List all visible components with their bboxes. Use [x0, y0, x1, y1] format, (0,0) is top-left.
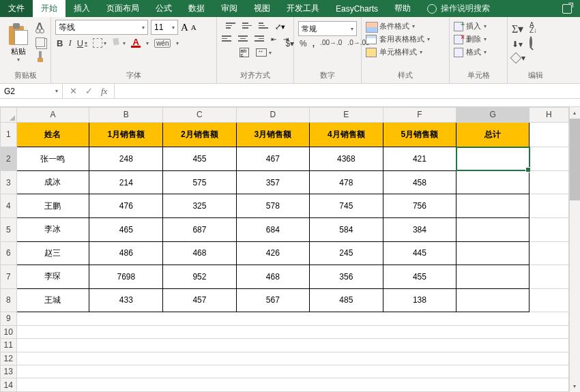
cell[interactable]: 138 — [383, 288, 456, 312]
cell[interactable] — [16, 378, 568, 392]
spreadsheet-grid[interactable]: A B C D E F G H 1 姓名 1月销售额 2月销售额 3月销售额 4… — [0, 107, 569, 392]
cell[interactable]: 455 — [383, 265, 456, 289]
scroll-down-button[interactable]: ▾ — [570, 380, 580, 392]
comma-format-button[interactable] — [313, 39, 315, 48]
align-top-button[interactable] — [226, 22, 235, 31]
cell[interactable]: 476 — [89, 194, 163, 218]
font-name-select[interactable]: 等线▾ — [55, 20, 148, 35]
cut-button[interactable] — [35, 22, 46, 33]
tab-page-layout[interactable]: 页面布局 — [98, 0, 147, 17]
enter-formula-button[interactable]: ✓ — [85, 86, 93, 96]
tab-view[interactable]: 视图 — [246, 0, 278, 17]
cell[interactable]: 384 — [383, 218, 456, 242]
col-header-a[interactable]: A — [16, 108, 89, 123]
cell[interactable] — [530, 288, 569, 312]
cell[interactable]: 325 — [163, 194, 236, 218]
share-button[interactable] — [554, 0, 580, 17]
row-header-4[interactable]: 4 — [1, 194, 17, 218]
cell[interactable]: 356 — [310, 265, 383, 289]
cell[interactable] — [530, 265, 569, 289]
col-header-f[interactable]: F — [383, 108, 456, 123]
cell[interactable]: 567 — [236, 288, 309, 312]
cell[interactable]: 467 — [236, 147, 309, 171]
cell[interactable] — [16, 312, 568, 325]
cell[interactable]: 584 — [310, 218, 383, 242]
cell-name[interactable]: 王鹏 — [16, 194, 89, 218]
insert-function-button[interactable]: fx — [101, 86, 107, 97]
cell[interactable]: 468 — [236, 265, 309, 289]
header-mar[interactable]: 3月销售额 — [236, 122, 309, 147]
cell[interactable] — [16, 339, 568, 352]
delete-cells-button[interactable]: 删除▾ — [454, 34, 503, 44]
insert-cells-button[interactable]: 插入▾ — [454, 21, 503, 31]
row-header-12[interactable]: 12 — [1, 352, 17, 365]
fill-color-button[interactable]: ▾ — [112, 38, 126, 48]
cell[interactable]: 248 — [89, 147, 163, 171]
cell[interactable]: 455 — [163, 147, 236, 171]
col-header-b[interactable]: B — [89, 108, 163, 123]
cell[interactable] — [456, 194, 530, 218]
accounting-format-button[interactable]: $▾ — [285, 39, 294, 48]
vertical-scrollbar[interactable]: ▴ ▾ — [569, 107, 580, 392]
merge-center-button[interactable]: ▾ — [256, 48, 272, 57]
cell[interactable]: 7698 — [89, 265, 163, 289]
row-header-8[interactable]: 8 — [1, 288, 17, 312]
header-jan[interactable]: 1月销售额 — [89, 122, 163, 147]
cancel-formula-button[interactable]: ✕ — [70, 86, 77, 96]
orientation-button[interactable]: ⤢▾ — [275, 22, 285, 31]
tab-review[interactable]: 审阅 — [213, 0, 246, 17]
sort-filter-button[interactable]: AZ↓ — [530, 22, 537, 33]
tab-home[interactable]: 开始 — [33, 0, 66, 17]
cell-name[interactable]: 赵三 — [16, 241, 89, 265]
align-center-button[interactable] — [238, 35, 248, 44]
cell[interactable]: 421 — [383, 147, 456, 171]
tell-me[interactable]: 操作说明搜索 — [419, 0, 498, 17]
cell[interactable] — [456, 265, 530, 289]
number-format-select[interactable]: 常规▾ — [298, 21, 357, 36]
tab-data[interactable]: 数据 — [180, 0, 213, 17]
align-right-button[interactable] — [255, 35, 264, 44]
cell-name[interactable]: 成冰 — [16, 170, 89, 194]
cell-name[interactable]: 张一鸣 — [16, 147, 89, 171]
row-header-10[interactable]: 10 — [1, 325, 17, 338]
cell[interactable] — [530, 218, 569, 242]
cell[interactable] — [16, 325, 568, 338]
autosum-button[interactable]: Σ▾ — [512, 22, 525, 35]
cell[interactable]: 486 — [89, 241, 163, 265]
cell[interactable]: 578 — [236, 194, 309, 218]
cell-name[interactable]: 李冰 — [16, 218, 89, 242]
name-box[interactable]: G2▾ — [0, 84, 63, 98]
align-left-button[interactable] — [222, 35, 231, 44]
scroll-up-button[interactable]: ▴ — [570, 107, 580, 119]
cell[interactable] — [530, 147, 569, 171]
fill-button[interactable]: ⬇▾ — [512, 40, 525, 49]
bold-button[interactable]: B — [57, 38, 63, 48]
underline-button[interactable]: U▾ — [77, 38, 87, 48]
format-painter-button[interactable] — [35, 51, 46, 62]
cell[interactable]: 357 — [236, 170, 309, 194]
cell[interactable]: 745 — [310, 194, 383, 218]
header-apr[interactable]: 4月销售额 — [310, 122, 383, 147]
tab-easycharts[interactable]: EasyCharts — [328, 0, 386, 17]
cell[interactable]: 457 — [163, 288, 236, 312]
row-header-2[interactable]: 2 — [1, 147, 17, 171]
cell[interactable]: 468 — [163, 241, 236, 265]
header-total[interactable]: 总计 — [456, 122, 530, 147]
decrease-font-button[interactable]: A — [191, 23, 197, 31]
col-header-d[interactable]: D — [236, 108, 309, 123]
cell[interactable]: 952 — [163, 265, 236, 289]
cell-styles-button[interactable]: 单元格样式▾ — [366, 47, 445, 57]
clear-button[interactable]: ▾ — [512, 53, 525, 63]
tab-formulas[interactable]: 公式 — [147, 0, 180, 17]
tab-help[interactable]: 帮助 — [386, 0, 419, 17]
cell[interactable] — [530, 122, 569, 147]
italic-button[interactable]: I — [68, 37, 71, 48]
tab-insert[interactable]: 插入 — [66, 0, 98, 17]
percent-format-button[interactable] — [300, 39, 307, 48]
find-select-button[interactable] — [530, 37, 537, 47]
cell[interactable]: 214 — [89, 170, 163, 194]
header-feb[interactable]: 2月销售额 — [163, 122, 236, 147]
borders-button[interactable]: ▾ — [93, 38, 106, 48]
col-header-e[interactable]: E — [310, 108, 383, 123]
select-all-corner[interactable] — [1, 108, 17, 123]
